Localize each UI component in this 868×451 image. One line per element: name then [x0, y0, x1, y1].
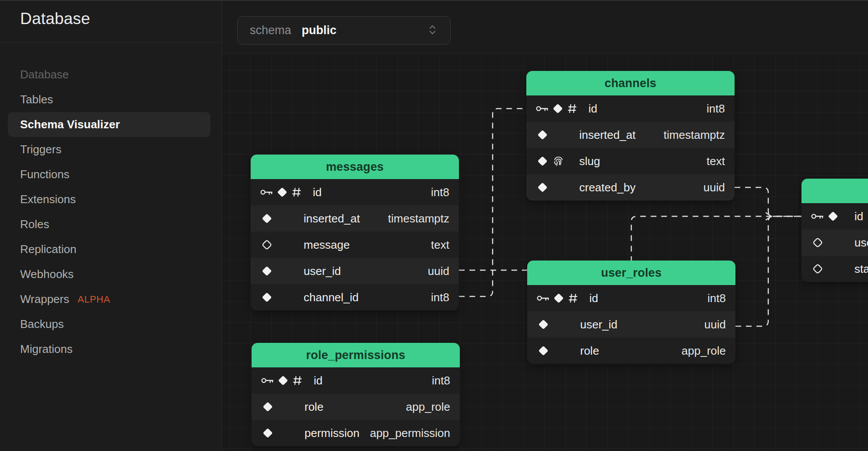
not-null-diamond-icon — [262, 401, 273, 412]
schema-select-label: schema — [250, 24, 291, 37]
sidebar-item-wrappers[interactable]: Wrappers ALPHA — [8, 287, 210, 312]
primary-key-icon — [261, 377, 273, 384]
sidebar-item-migrations[interactable]: Migrations — [8, 337, 210, 362]
column-name: user_id — [304, 264, 341, 278]
column-name: id — [588, 102, 597, 116]
column-name: id — [314, 374, 322, 388]
column-type: app_role — [406, 400, 450, 414]
sidebar-item-label: Extensions — [20, 187, 76, 212]
table-header: role_permissions — [252, 343, 460, 367]
not-null-diamond-icon — [553, 292, 564, 304]
primary-key-icon — [811, 213, 823, 220]
not-null-diamond-icon — [538, 319, 549, 330]
column-name: id — [589, 292, 598, 305]
not-null-diamond-icon — [261, 292, 273, 303]
column-row-id: id int8 — [526, 95, 735, 122]
toolbar: schema public — [222, 0, 868, 53]
not-null-diamond-icon — [261, 213, 273, 224]
table-header: messages — [251, 155, 459, 179]
column-type: uuid — [428, 264, 449, 278]
numeric-hash-icon — [292, 187, 301, 197]
column-type: int8 — [431, 186, 449, 199]
not-null-diamond-icon — [261, 265, 273, 277]
alpha-badge: ALPHA — [77, 287, 110, 312]
unique-fingerprint-icon — [553, 155, 564, 167]
sidebar-item-extensions[interactable]: Extensions — [8, 187, 210, 212]
column-row-id: id int8 — [252, 367, 460, 394]
column-row-inserted_at: inserted_at timestamptz — [526, 122, 735, 148]
table-node-channels[interactable]: channels id int8 inserted_at timestamptz… — [526, 71, 735, 201]
schema-select-value: public — [302, 24, 337, 37]
column-row-id: id int8 — [251, 179, 459, 205]
column-name: message — [304, 238, 350, 252]
column-type: uuid — [704, 318, 726, 331]
table-node-messages[interactable]: messages id int8 inserted_at timestamptz… — [251, 155, 459, 310]
sidebar-item-label: Backups — [20, 312, 64, 337]
column-name: sta — [854, 262, 868, 276]
column-type: app_permission — [370, 426, 450, 440]
sidebar-item-label: Wrappers — [20, 287, 69, 312]
sidebar-item-replication[interactable]: Replication — [8, 237, 210, 262]
relationship-edge-user_roles.user_id-to-users.id — [735, 216, 802, 326]
column-row-sta: sta — [802, 256, 868, 282]
table-header — [802, 179, 868, 203]
sidebar-item-label: Replication — [20, 237, 77, 262]
column-type: text — [431, 238, 449, 252]
sidebar-item-label: Migrations — [20, 337, 73, 362]
column-row-use: use — [802, 229, 868, 256]
schema-select[interactable]: schema public — [237, 16, 451, 45]
table-node-role_permissions[interactable]: role_permissions id int8 role app_role p… — [252, 343, 460, 446]
not-null-diamond-icon — [262, 427, 273, 439]
column-row-role: role app_role — [527, 338, 735, 364]
column-name: id — [854, 210, 863, 223]
nullable-diamond-icon — [812, 263, 823, 275]
table-header: channels — [526, 71, 735, 95]
column-type: int8 — [431, 291, 449, 304]
relationship-edge-channels.created_by-to-users.id — [735, 187, 802, 216]
sidebar: Database Database Tables Schema Visualiz… — [0, 0, 222, 451]
sidebar-item-functions[interactable]: Functions — [8, 162, 210, 187]
table-node-user_roles[interactable]: user_roles id int8 user_id uuid role app… — [527, 261, 735, 364]
schema-canvas[interactable]: messages id int8 inserted_at timestamptz… — [222, 53, 868, 451]
chevrons-up-down-icon — [429, 25, 436, 36]
column-row-role: role app_role — [252, 394, 460, 420]
not-null-diamond-icon — [827, 211, 839, 222]
column-type: uuid — [704, 181, 725, 194]
column-name: role — [304, 400, 323, 414]
sidebar-item-label: Tables — [20, 87, 53, 112]
sidebar-item-triggers[interactable]: Triggers — [8, 137, 210, 162]
column-row-id: id int8 — [527, 285, 735, 311]
not-null-diamond-icon — [537, 129, 548, 141]
table-node-partial[interactable]: id use sta — [802, 179, 868, 282]
sidebar-item-backups[interactable]: Backups — [8, 312, 210, 337]
numeric-hash-icon — [293, 376, 302, 385]
sidebar-item-label: Schema Visualizer — [20, 112, 120, 137]
numeric-hash-icon — [569, 293, 578, 303]
column-name: role — [580, 344, 599, 358]
sidebar-item-label: Triggers — [20, 137, 61, 162]
column-name: user_id — [580, 318, 617, 331]
page-title: Database — [20, 10, 90, 28]
schema-visualizer-app: Database Database Tables Schema Visualiz… — [0, 0, 868, 451]
sidebar-menu: Database Tables Schema Visualizer Trigge… — [8, 62, 210, 362]
sidebar-divider — [0, 42, 221, 43]
not-null-diamond-icon — [277, 375, 289, 386]
primary-key-icon — [537, 295, 549, 302]
sidebar-item-webhooks[interactable]: Webhooks — [8, 262, 210, 287]
column-row-message: message text — [251, 232, 459, 258]
column-row-permission: permission app_permission — [252, 420, 460, 446]
not-null-diamond-icon — [538, 345, 549, 356]
sidebar-item-label: Functions — [20, 162, 70, 187]
column-row-created_by: created_by uuid — [526, 174, 735, 201]
not-null-diamond-icon — [276, 187, 288, 198]
column-row-inserted_at: inserted_at timestamptz — [251, 205, 459, 232]
column-row-user_id: user_id uuid — [527, 311, 735, 338]
column-type: text — [707, 155, 725, 168]
column-type: int8 — [432, 374, 450, 388]
nullable-diamond-icon — [261, 239, 273, 250]
sidebar-item-database[interactable]: Database — [8, 62, 210, 87]
sidebar-item-tables[interactable]: Tables — [8, 87, 210, 112]
sidebar-item-schema-visualizer[interactable]: Schema Visualizer — [8, 112, 210, 137]
sidebar-item-roles[interactable]: Roles — [8, 212, 210, 237]
table-header: user_roles — [527, 261, 735, 285]
